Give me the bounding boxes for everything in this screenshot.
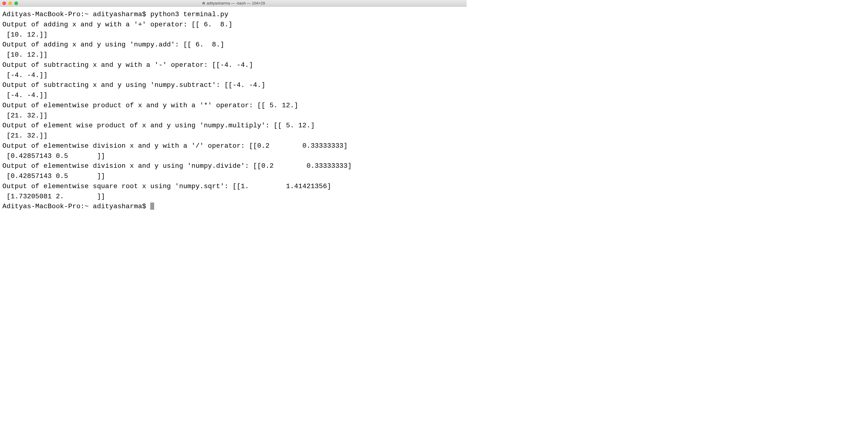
- prompt-prefix: Adityas-MacBook-Pro:~ adityasharma$: [2, 10, 150, 18]
- minimize-button[interactable]: [8, 1, 12, 5]
- prompt-line-2: Adityas-MacBook-Pro:~ adityasharma$: [2, 203, 154, 210]
- window-title: adityasharma — -bash — 104×29: [207, 1, 265, 5]
- output-line: [10. 12.]]: [2, 31, 48, 39]
- home-icon: [202, 1, 206, 5]
- close-button[interactable]: [2, 1, 6, 5]
- output-line: Output of subtracting x and y using 'num…: [2, 81, 266, 89]
- prompt-line-1: Adityas-MacBook-Pro:~ adityasharma$ pyth…: [2, 10, 228, 18]
- output-line: Output of adding x and y using 'numpy.ad…: [2, 41, 224, 48]
- output-line: Output of elementwise division x and y u…: [2, 162, 352, 170]
- output-line: [1.73205081 2. ]]: [2, 193, 105, 200]
- traffic-lights: [0, 1, 18, 5]
- terminal-content[interactable]: Adityas-MacBook-Pro:~ adityasharma$ pyth…: [0, 7, 467, 215]
- output-line: Output of element wise product of x and …: [2, 122, 315, 129]
- maximize-button[interactable]: [14, 1, 18, 5]
- output-line: [0.42857143 0.5 ]]: [2, 152, 105, 160]
- output-line: [21. 32.]]: [2, 112, 48, 120]
- output-line: [0.42857143 0.5 ]]: [2, 172, 105, 180]
- output-line: Output of elementwise product of x and y…: [2, 102, 299, 109]
- output-line: [21. 32.]]: [2, 132, 48, 140]
- output-line: [-4. -4.]]: [2, 91, 48, 99]
- output-line: [10. 12.]]: [2, 51, 48, 59]
- prompt-prefix: Adityas-MacBook-Pro:~ adityasharma$: [2, 203, 150, 210]
- output-line: Output of adding x and y with a '+' oper…: [2, 21, 232, 29]
- output-line: [-4. -4.]]: [2, 71, 48, 79]
- window-title-container: adityasharma — -bash — 104×29: [0, 1, 467, 5]
- output-line: Output of elementwise square root x usin…: [2, 182, 331, 190]
- output-line: Output of subtracting x and y with a '-'…: [2, 61, 253, 69]
- output-line: Output of elementwise division x and y w…: [2, 142, 348, 150]
- cursor: [150, 203, 154, 210]
- command: python3 terminal.py: [150, 10, 228, 18]
- window-titlebar: adityasharma — -bash — 104×29: [0, 0, 467, 7]
